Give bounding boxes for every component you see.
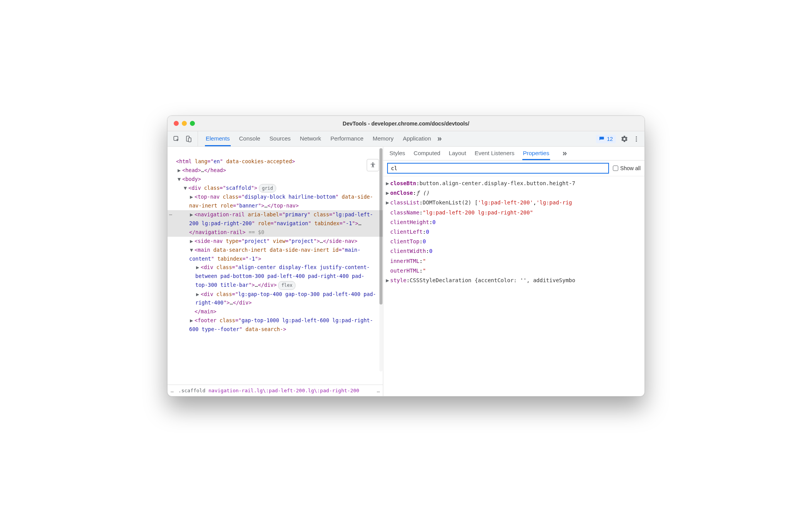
main-tab-sources[interactable]: Sources	[269, 131, 292, 146]
property-row[interactable]: ▶classList: DOMTokenList(2) ['lg:pad-lef…	[385, 198, 642, 207]
dom-tree-line[interactable]: ▼<div class="scaffold">grid	[168, 184, 383, 192]
sidebar-tabs: StylesComputedLayoutEvent ListenersPrope…	[383, 147, 644, 161]
dom-tree-line[interactable]: ▶<top-nav class="display-block hairline-…	[168, 192, 383, 210]
main-tab-performance[interactable]: Performance	[330, 131, 364, 146]
minimize-window-button[interactable]	[182, 121, 187, 126]
dom-tree-line[interactable]: ▼<main data-search-inert data-side-nav-i…	[168, 246, 383, 263]
elements-panel: <html lang="en" data-cookies-accepted>▶<…	[168, 147, 383, 396]
devtools-window: DevTools - developer.chrome.com/docs/dev…	[167, 115, 645, 397]
window-title: DevTools - developer.chrome.com/docs/dev…	[168, 120, 644, 127]
property-row[interactable]: outerHTML: "	[385, 266, 642, 276]
dom-tree-line[interactable]: ▶<head>…</head>	[168, 166, 383, 175]
sidebar-panel: StylesComputedLayoutEvent ListenersPrope…	[383, 147, 644, 396]
sidebar-more-tabs-button[interactable]	[559, 147, 570, 160]
breadcrumb-current[interactable]: navigation-rail.lg\:pad-left-200.lg\:pad…	[207, 388, 374, 393]
main-tab-elements[interactable]: Elements	[205, 131, 231, 146]
property-row[interactable]: ▶closeBtn: button.align-center.display-f…	[385, 179, 642, 188]
show-all-label: Show all	[620, 165, 641, 171]
toolbar-right: 12	[596, 131, 644, 146]
dom-tree-line[interactable]: ▶<div class="lg:gap-top-400 gap-top-300 …	[168, 290, 383, 308]
property-row[interactable]: ▶onClose: ƒ ()	[385, 188, 642, 198]
kebab-menu-icon[interactable]	[633, 136, 640, 142]
property-row[interactable]: ▶style: CSSStyleDeclaration {accentColor…	[385, 276, 642, 285]
inspect-icon[interactable]	[173, 136, 180, 142]
dom-tree-line[interactable]: ⋯▶<navigation-rail aria-label="primary" …	[168, 210, 383, 237]
main-tab-console[interactable]: Console	[238, 131, 261, 146]
breadcrumb-ancestor[interactable]: .scaffold	[177, 388, 207, 393]
dom-tree-scrollbar[interactable]	[379, 148, 383, 371]
toolbar-left-icons	[168, 131, 198, 146]
property-row[interactable]: clientWidth: 0	[385, 246, 642, 256]
annotation-arrow-icon	[644, 176, 645, 192]
dom-tree-line[interactable]: <html lang="en" data-cookies-accepted>	[168, 157, 383, 166]
property-row[interactable]: className: "lg:pad-left-200 lg:pad-right…	[385, 208, 642, 218]
property-row[interactable]: clientTop: 0	[385, 237, 642, 246]
svg-point-6	[372, 162, 374, 164]
dom-tree-line[interactable]: ▶<div class="align-center display-flex j…	[168, 263, 383, 289]
svg-point-4	[636, 138, 637, 139]
main-tab-memory[interactable]: Memory	[372, 131, 394, 146]
show-all-checkbox[interactable]: Show all	[613, 165, 641, 171]
dom-tree-line[interactable]: ▼<body>	[168, 175, 383, 184]
sidebar-tab-computed[interactable]: Computed	[413, 147, 441, 160]
issues-badge[interactable]: 12	[596, 135, 616, 143]
properties-list[interactable]: ▶closeBtn: button.align-center.display-f…	[383, 176, 644, 396]
gear-icon[interactable]	[621, 135, 628, 143]
property-row[interactable]: clientHeight: 0	[385, 218, 642, 227]
dom-tree-line[interactable]: ▶<footer class="gap-top-1000 lg:pad-left…	[168, 316, 383, 334]
sidebar-tab-styles[interactable]: Styles	[389, 147, 406, 160]
main-toolbar: ElementsConsoleSourcesNetworkPerformance…	[168, 131, 644, 147]
sidebar-tab-event-listeners[interactable]: Event Listeners	[474, 147, 515, 160]
close-window-button[interactable]	[174, 121, 179, 126]
breadcrumb-overflow-left[interactable]: …	[168, 388, 177, 393]
panes: <html lang="en" data-cookies-accepted>▶<…	[168, 147, 644, 396]
sidebar-tab-layout[interactable]: Layout	[448, 147, 467, 160]
dom-tree-line[interactable]: </main>	[168, 307, 383, 316]
properties-filter-row: Show all	[383, 161, 644, 176]
svg-point-3	[636, 136, 637, 137]
property-row[interactable]: clientLeft: 0	[385, 227, 642, 237]
property-row[interactable]: innerHTML: "	[385, 256, 642, 266]
main-tabs: ElementsConsoleSourcesNetworkPerformance…	[198, 131, 432, 146]
dom-tree[interactable]: <html lang="en" data-cookies-accepted>▶<…	[168, 147, 383, 385]
titlebar: DevTools - developer.chrome.com/docs/dev…	[168, 116, 644, 131]
window-controls	[168, 121, 195, 126]
checkbox-icon	[613, 166, 618, 171]
main-tab-network[interactable]: Network	[299, 131, 322, 146]
accessibility-tree-button[interactable]	[367, 159, 379, 171]
breadcrumb[interactable]: … .scaffold navigation-rail.lg\:pad-left…	[168, 385, 383, 396]
svg-point-5	[636, 140, 637, 141]
sidebar-tab-properties[interactable]: Properties	[522, 147, 550, 160]
svg-rect-2	[188, 138, 191, 142]
more-tabs-button[interactable]	[434, 131, 445, 146]
issues-count: 12	[607, 136, 613, 142]
dom-tree-line[interactable]: ▶<side-nav type="project" view="project"…	[168, 237, 383, 246]
properties-filter-input[interactable]	[387, 163, 609, 174]
device-toggle-icon[interactable]	[185, 136, 192, 142]
main-tab-application[interactable]: Application	[402, 131, 432, 146]
zoom-window-button[interactable]	[190, 121, 195, 126]
breadcrumb-overflow-right[interactable]: …	[374, 388, 383, 393]
dom-tree-line[interactable]	[168, 148, 383, 157]
